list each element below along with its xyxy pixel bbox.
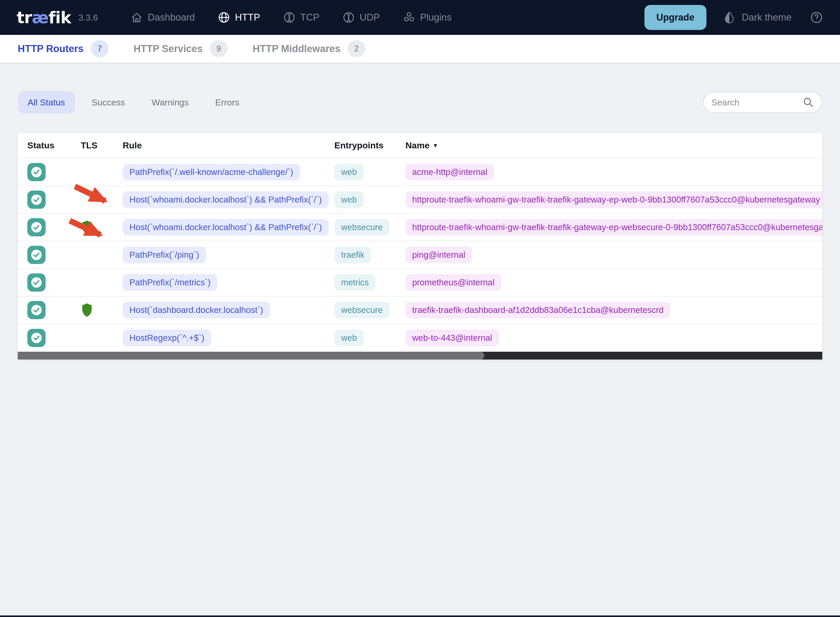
status-success-icon	[27, 190, 46, 209]
horizontal-scrollbar-thumb[interactable]	[18, 352, 484, 360]
status-cell	[27, 218, 81, 236]
tab-label: HTTP Middlewares	[252, 43, 340, 55]
entrypoints-cell: traefik	[334, 247, 405, 263]
cubes-icon	[403, 11, 415, 24]
logo-text-suffix: fik	[49, 8, 71, 27]
table-row[interactable]: PathPrefix(`/metrics`) metrics prometheu…	[18, 269, 822, 297]
navbar-right: Upgrade Dark theme	[644, 5, 823, 30]
entrypoint-pill: web	[334, 329, 364, 346]
table-row[interactable]: Host(`dashboard.docker.localhost`) webse…	[18, 297, 822, 324]
section-tabs: HTTP Routers 7 HTTP Services 9 HTTP Midd…	[0, 35, 840, 62]
top-navbar: træfik 3.3.6 Dashboard HTTP TCP	[0, 0, 840, 35]
table-body: PathPrefix(`/.well-known/acme-challenge/…	[18, 159, 822, 352]
tab-http-routers[interactable]: HTTP Routers 7	[18, 40, 109, 57]
router-name-pill: httproute-traefik-whoami-gw-traefik-trae…	[405, 219, 822, 236]
filter-all-status[interactable]: All Status	[18, 91, 75, 114]
rule-cell: Host(`whoami.docker.localhost`) && PathP…	[123, 191, 334, 208]
entrypoints-cell: websecure	[334, 219, 405, 236]
horizontal-scrollbar-track[interactable]	[18, 352, 822, 360]
theme-label: Dark theme	[742, 12, 791, 23]
world-icon	[283, 11, 295, 24]
table-row[interactable]: Host(`whoami.docker.localhost`) && PathP…	[18, 214, 822, 241]
dark-theme-toggle[interactable]: Dark theme	[723, 11, 791, 24]
nav-item-label: Plugins	[420, 12, 452, 23]
nav-item-tcp[interactable]: TCP	[283, 11, 319, 24]
tab-http-services[interactable]: HTTP Services 9	[134, 40, 227, 57]
tab-count-badge: 2	[348, 40, 365, 57]
column-header-status[interactable]: Status	[27, 140, 81, 151]
table-row[interactable]: Host(`whoami.docker.localhost`) && PathP…	[18, 186, 822, 214]
rule-pill: Host(`dashboard.docker.localhost`)	[123, 302, 270, 318]
rule-pill: Host(`whoami.docker.localhost`) && PathP…	[123, 191, 329, 208]
tls-cell	[81, 275, 123, 290]
nav-item-udp[interactable]: UDP	[342, 11, 380, 24]
rule-pill: PathPrefix(`/metrics`)	[123, 274, 217, 291]
traefik-dashboard-page: træfik 3.3.6 Dashboard HTTP TCP	[0, 0, 840, 617]
nav-item-dashboard[interactable]: Dashboard	[130, 11, 195, 24]
status-success-icon	[27, 246, 46, 264]
entrypoints-cell: web	[334, 191, 405, 208]
tls-shield-icon	[81, 220, 93, 235]
entrypoint-pill: web	[334, 164, 364, 180]
table-row[interactable]: PathPrefix(`/.well-known/acme-challenge/…	[18, 159, 822, 186]
name-cell: httproute-traefik-whoami-gw-traefik-trae…	[405, 219, 822, 236]
column-header-rule[interactable]: Rule	[123, 140, 334, 151]
table-row[interactable]: HostRegexp(`^.+$`) web web-to-443@intern…	[18, 324, 822, 352]
traefik-logo[interactable]: træfik	[17, 8, 71, 27]
status-cell	[27, 273, 81, 292]
status-cell	[27, 246, 81, 264]
name-cell: httproute-traefik-whoami-gw-traefik-trae…	[405, 191, 822, 208]
rule-pill: PathPrefix(`/.well-known/acme-challenge/…	[123, 164, 300, 180]
main-nav: Dashboard HTTP TCP UDP	[130, 11, 452, 24]
help-button[interactable]	[810, 11, 823, 24]
entrypoints-cell: websecure	[334, 302, 405, 318]
column-header-name[interactable]: Name ▾	[405, 140, 822, 151]
contrast-droplet-icon	[723, 11, 736, 24]
logo-text: tr	[17, 8, 32, 27]
filter-row: All Status Success Warnings Errors	[18, 91, 822, 114]
entrypoints-cell: metrics	[334, 274, 405, 291]
router-name-pill: ping@internal	[405, 247, 472, 263]
entrypoints-cell: web	[334, 329, 405, 346]
nav-item-label: Dashboard	[148, 12, 195, 23]
globe-icon	[218, 11, 230, 24]
search-input[interactable]	[712, 97, 803, 108]
tls-cell	[81, 220, 123, 235]
rule-pill: PathPrefix(`/ping`)	[123, 247, 206, 263]
router-name-pill: acme-http@internal	[405, 164, 494, 180]
entrypoint-pill: web	[334, 191, 364, 208]
name-cell: prometheus@internal	[405, 274, 822, 291]
filter-warnings[interactable]: Warnings	[142, 91, 198, 114]
column-header-tls[interactable]: TLS	[81, 140, 123, 151]
name-cell: acme-http@internal	[405, 164, 822, 180]
status-cell	[27, 190, 81, 209]
nav-item-plugins[interactable]: Plugins	[403, 11, 452, 24]
status-success-icon	[27, 163, 46, 181]
version-label: 3.3.6	[78, 12, 98, 23]
entrypoint-pill: websecure	[334, 219, 390, 236]
router-name-pill: prometheus@internal	[405, 274, 501, 291]
status-success-icon	[27, 273, 46, 292]
upgrade-button[interactable]: Upgrade	[644, 5, 706, 30]
rule-cell: PathPrefix(`/ping`)	[123, 247, 334, 263]
sort-desc-icon: ▾	[434, 141, 437, 149]
tls-cell	[81, 248, 123, 262]
tls-shield-icon	[81, 303, 93, 317]
entrypoint-pill: traefik	[334, 247, 371, 263]
table-header-row: Status TLS Rule Entrypoints Name ▾	[18, 133, 822, 159]
rule-pill: Host(`whoami.docker.localhost`) && PathP…	[123, 219, 329, 236]
tab-http-middlewares[interactable]: HTTP Middlewares 2	[252, 40, 365, 57]
nav-item-http[interactable]: HTTP	[218, 11, 260, 24]
world-icon	[342, 11, 355, 24]
tab-label: HTTP Routers	[18, 43, 84, 55]
rule-cell: PathPrefix(`/metrics`)	[123, 274, 334, 291]
status-success-icon	[27, 301, 46, 319]
filter-success[interactable]: Success	[82, 91, 135, 114]
rule-pill: HostRegexp(`^.+$`)	[123, 329, 211, 346]
filter-errors[interactable]: Errors	[205, 91, 249, 114]
search-box	[703, 92, 822, 113]
rule-cell: Host(`dashboard.docker.localhost`)	[123, 302, 334, 318]
column-header-entrypoints[interactable]: Entrypoints	[334, 140, 405, 151]
tab-count-badge: 9	[210, 40, 227, 57]
table-row[interactable]: PathPrefix(`/ping`) traefik ping@interna…	[18, 241, 822, 269]
